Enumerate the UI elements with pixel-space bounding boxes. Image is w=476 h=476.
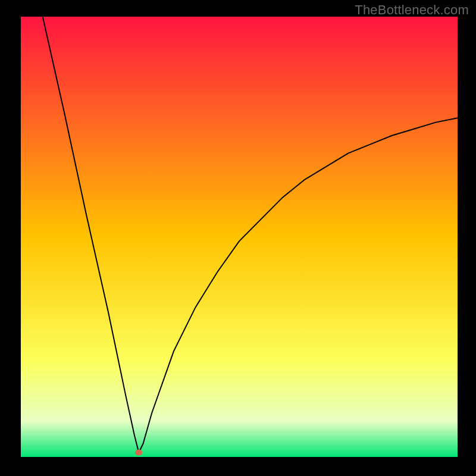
bottleneck-chart xyxy=(0,0,476,476)
chart-container: TheBottleneck.com xyxy=(0,0,476,476)
plot-background xyxy=(21,17,458,457)
watermark-text: TheBottleneck.com xyxy=(355,2,469,18)
optimal-point-marker xyxy=(135,450,142,456)
